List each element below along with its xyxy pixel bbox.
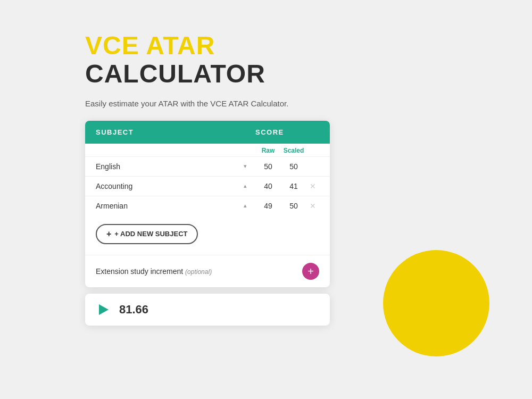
result-value: 81.66 [119, 303, 148, 317]
score-raw: 40 [255, 182, 281, 190]
remove-subject-button[interactable]: ✕ [306, 182, 319, 190]
score-subheaders: Raw Scaled [85, 144, 330, 156]
table-header: SUBJECT SCORE [85, 121, 330, 144]
add-subject-label: + ADD NEW SUBJECT [114, 230, 187, 238]
title-calculator: CALCULATOR [85, 60, 532, 88]
subject-name: Accounting [96, 182, 244, 190]
score-raw: 50 [255, 162, 281, 171]
extension-label: Extension study increment (optional) [96, 267, 302, 276]
score-scaled: 50 [281, 202, 306, 210]
subtitle: Easily estimate your ATAR with the VCE A… [85, 99, 532, 108]
subject-dropdown-arrow[interactable]: ▴ [244, 202, 247, 209]
play-icon [96, 302, 111, 317]
calculator-card: SUBJECT SCORE Raw Scaled English ▾ 50 50… [85, 121, 330, 287]
title-block: VCE ATAR CALCULATOR [85, 32, 532, 88]
header-subject: SUBJECT [96, 128, 255, 136]
table-row: Armenian ▴ 49 50 ✕ [85, 196, 330, 215]
score-scaled: 41 [281, 182, 306, 190]
score-raw: 49 [255, 202, 281, 210]
subject-dropdown-arrow[interactable]: ▾ [244, 163, 247, 170]
optional-label: (optional) [185, 268, 212, 276]
header-score: SCORE [255, 128, 319, 136]
table-row: Accounting ▴ 40 41 ✕ [85, 176, 330, 196]
title-vce-atar: VCE ATAR [85, 32, 532, 60]
subheader-raw: Raw [255, 147, 281, 154]
plus-icon: + [307, 266, 314, 277]
result-card: 81.66 [85, 294, 330, 326]
subject-name: English [96, 162, 244, 171]
extension-add-button[interactable]: + [302, 263, 319, 280]
plus-icon: + [106, 229, 111, 239]
extension-row: Extension study increment (optional) + [85, 255, 330, 287]
subject-name: Armenian [96, 202, 244, 210]
subheader-scaled: Scaled [281, 147, 306, 154]
svg-marker-0 [99, 304, 109, 315]
table-row: English ▾ 50 50 [85, 156, 330, 176]
remove-subject-button[interactable]: ✕ [306, 202, 319, 210]
add-subject-button[interactable]: + + ADD NEW SUBJECT [96, 224, 198, 244]
score-scaled: 50 [281, 162, 306, 171]
subject-dropdown-arrow[interactable]: ▴ [244, 182, 247, 189]
